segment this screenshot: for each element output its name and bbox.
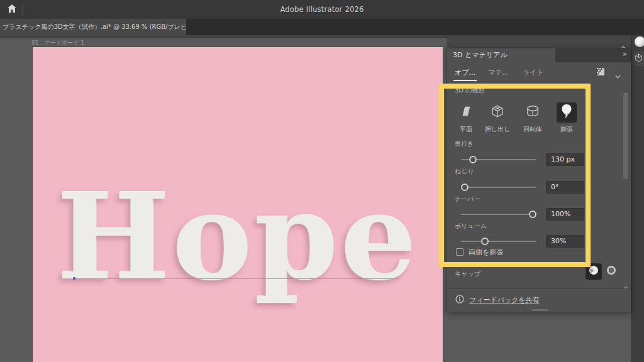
application-window: Adobe Illustrator 2026 プラスチック風の3D文字（試作）.… [0,0,644,362]
panel-group-bar [447,38,631,48]
taper-slider-row: 100% [461,208,584,221]
artboard[interactable]: Hope [33,47,443,362]
type-extrude-button[interactable] [487,102,508,123]
cap-on-button[interactable] [586,263,602,280]
depth-slider-row: 130 px [461,153,584,166]
info-icon [455,294,464,306]
material-sphere-icon[interactable] [635,36,644,47]
twist-slider-knob[interactable] [461,184,469,191]
inflate-both-sides-row[interactable]: 両側を膨張 [456,248,503,256]
right-panel-dock [631,35,644,362]
artboard-label[interactable]: 01 - アートボード 1 [31,39,84,47]
scrollbar-thumb[interactable] [623,94,628,179]
title-bar: Adobe Illustrator 2026 [0,0,644,19]
taper-slider-label: テーパー [455,195,480,204]
cube-icon [635,53,643,65]
document-tab[interactable]: プラスチック風の3D文字（試作）.ai* @ 33.69 % (RGB/プレビュ… [0,19,186,35]
document-tab-bar: プラスチック風の3D文字（試作）.ai* @ 33.69 % (RGB/プレビュ… [0,19,644,35]
panel-tab-3d-materials[interactable]: 3D とマテリアル [447,48,555,62]
twist-slider-label: ねじり [455,167,474,176]
cap-section-label: キャップ [455,270,480,278]
twist-slider-track[interactable] [461,187,536,188]
tab-materials[interactable]: マテ... [488,68,509,77]
type-revolve-label[interactable]: 回転体 [516,125,549,134]
type-plane-label[interactable]: 平面 [453,125,479,134]
depth-slider-track[interactable] [461,159,536,160]
scroll-down-icon[interactable] [623,280,628,292]
panel-scrollbar [623,86,629,286]
panel-collapse-icon[interactable]: » [623,50,626,58]
3d-type-section-label: 3D の種類 [455,86,484,95]
type-plane-button[interactable] [456,102,476,123]
panel-resize-handle[interactable] [532,309,548,311]
render-quality-icon[interactable] [596,67,606,77]
type-inflate-button[interactable] [557,102,577,123]
path-anchor-point[interactable] [73,277,75,280]
volume-slider-label: ボリューム [455,222,487,231]
text-baseline-path[interactable] [74,278,399,279]
taper-slider-knob[interactable] [529,211,536,218]
inflate-both-sides-label: 両側を膨張 [469,248,503,257]
tab-lights[interactable]: ライト [523,68,544,77]
extrude-cube-icon [491,104,504,121]
cap-off-icon [606,265,617,278]
chevron-down-icon[interactable] [615,69,621,81]
inflate-balloon-icon [560,104,573,121]
depth-slider-knob[interactable] [469,156,477,163]
inflate-both-sides-checkbox[interactable] [456,248,464,256]
plane-icon [459,104,473,121]
depth-slider-label: 奥行き [455,140,474,148]
cap-on-icon [588,265,599,278]
dock-3d-panel-button[interactable] [633,52,644,66]
twist-value-field[interactable]: 0° [546,181,584,194]
twist-slider-row: 0° [461,181,584,194]
depth-value-field[interactable]: 130 px [546,153,584,166]
type-inflate-label[interactable]: 膨張 [553,125,580,134]
taper-slider-track[interactable] [461,214,536,215]
panel-footer-divider [447,288,631,289]
tab-object[interactable]: オブ... [455,68,475,77]
type-revolve-button[interactable] [523,102,543,123]
taper-value-field[interactable]: 100% [546,208,584,221]
volume-slider-track[interactable] [461,241,536,242]
share-feedback-link[interactable]: フィードバックを共有 [455,294,540,306]
volume-slider-knob[interactable] [481,238,489,245]
cap-off-button[interactable] [603,263,619,280]
panel-tabs-row: オブ... マテ... ライト [447,62,631,84]
app-title: Adobe Illustrator 2026 [0,5,644,14]
revolve-cylinder-icon [525,104,540,121]
volume-slider-row: 30% [461,235,584,248]
share-feedback-label: フィードバックを共有 [469,295,540,305]
3d-materials-panel: 3D とマテリアル » オブ... マテ... ライト 3D の種類 [447,48,631,312]
panel-header: 3D とマテリアル » [447,48,631,62]
type-extrude-label[interactable]: 押し出し [480,125,515,134]
volume-value-field[interactable]: 30% [546,235,584,248]
